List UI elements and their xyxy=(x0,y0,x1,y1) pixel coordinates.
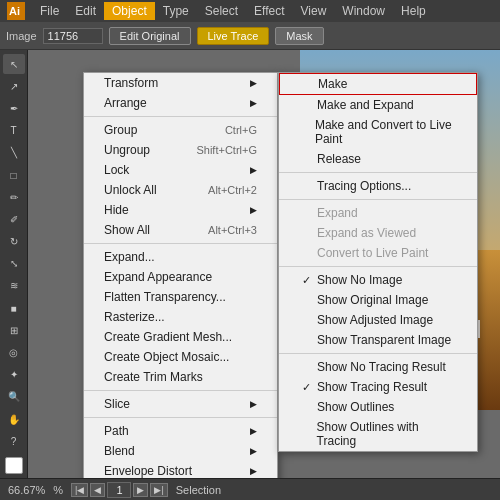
tool-line[interactable]: ╲ xyxy=(3,143,25,163)
submenu-show-original-image[interactable]: Show Original Image xyxy=(279,290,477,310)
sep2 xyxy=(84,243,277,244)
tool-blend[interactable]: ◎ xyxy=(3,342,25,362)
tool-zoom[interactable]: 🔍 xyxy=(3,387,25,407)
image-value-input[interactable] xyxy=(43,28,103,44)
menu-hide[interactable]: Hide xyxy=(84,200,277,220)
svg-text:Ai: Ai xyxy=(9,5,20,17)
submenu-show-no-image-label: Show No Image xyxy=(317,273,402,287)
tool-rect[interactable]: □ xyxy=(3,165,25,185)
tool-type[interactable]: T xyxy=(3,121,25,141)
tool-eyedropper[interactable]: ✦ xyxy=(3,365,25,385)
check-tracing-result: ✓ xyxy=(299,381,313,394)
live-trace-submenu[interactable]: Make Make and Expand Make and Convert to… xyxy=(278,72,478,452)
menu-ungroup[interactable]: UngroupShift+Ctrl+G xyxy=(84,140,277,160)
submenu-make-label: Make xyxy=(318,77,347,91)
tool-fill[interactable] xyxy=(5,457,23,474)
sub-sep4 xyxy=(279,353,477,354)
tool-scale[interactable]: ⤡ xyxy=(3,254,25,274)
dropdown-overlay: Transform Arrange GroupCtrl+G UngroupShi… xyxy=(28,50,500,478)
page-input[interactable] xyxy=(107,482,131,498)
submenu-make[interactable]: Make xyxy=(279,73,477,95)
submenu-tracing-options[interactable]: Tracing Options... xyxy=(279,176,477,196)
submenu-expand[interactable]: Expand xyxy=(279,203,477,223)
check-original-image xyxy=(299,294,313,306)
check-adjusted-image xyxy=(299,314,313,326)
tool-select[interactable]: ↖ xyxy=(3,54,25,74)
edit-original-button[interactable]: Edit Original xyxy=(109,27,191,45)
nav-next[interactable]: ▶ xyxy=(133,483,148,497)
tool-paintbrush[interactable]: ✏ xyxy=(3,187,25,207)
menu-blend[interactable]: Blend xyxy=(84,441,277,461)
tool-hand[interactable]: ✋ xyxy=(3,409,25,429)
mask-button[interactable]: Mask xyxy=(275,27,323,45)
tool-mesh[interactable]: ⊞ xyxy=(3,320,25,340)
tool-gradient[interactable]: ■ xyxy=(3,298,25,318)
nav-first[interactable]: |◀ xyxy=(71,483,88,497)
menu-flatten-transparency[interactable]: Flatten Transparency... xyxy=(84,287,277,307)
menu-rasterize[interactable]: Rasterize... xyxy=(84,307,277,327)
menu-type[interactable]: Type xyxy=(155,2,197,20)
submenu-show-adjusted-image[interactable]: Show Adjusted Image xyxy=(279,310,477,330)
submenu-show-tracing-result[interactable]: ✓Show Tracing Result xyxy=(279,377,477,397)
check-outlines-tracing xyxy=(299,428,313,440)
menu-expand[interactable]: Expand... xyxy=(84,247,277,267)
check-make-expand xyxy=(299,99,313,111)
menu-help[interactable]: Help xyxy=(393,2,434,20)
zoom-level: 66.67% xyxy=(8,484,45,496)
statusbar: 66.67% % |◀ ◀ ▶ ▶| Selection xyxy=(0,478,500,500)
submenu-show-transparent-image[interactable]: Show Transparent Image xyxy=(279,330,477,350)
menu-view[interactable]: View xyxy=(293,2,335,20)
tool-rotate[interactable]: ↻ xyxy=(3,232,25,252)
check-make-live-paint xyxy=(299,126,311,138)
tool-direct-select[interactable]: ↗ xyxy=(3,76,25,96)
menu-expand-appearance[interactable]: Expand Appearance xyxy=(84,267,277,287)
submenu-show-no-tracing-label: Show No Tracing Result xyxy=(317,360,446,374)
menu-object[interactable]: Object xyxy=(104,2,155,20)
sep4 xyxy=(84,417,277,418)
nav-prev[interactable]: ◀ xyxy=(90,483,105,497)
menu-window[interactable]: Window xyxy=(334,2,393,20)
app-logo: Ai xyxy=(4,0,28,22)
submenu-expand-label: Expand xyxy=(317,206,358,220)
menu-transform[interactable]: Transform xyxy=(84,73,277,93)
menu-group[interactable]: GroupCtrl+G xyxy=(84,120,277,140)
statusbar-sep: % xyxy=(53,484,63,496)
submenu-show-transparent-image-label: Show Transparent Image xyxy=(317,333,451,347)
menu-effect[interactable]: Effect xyxy=(246,2,292,20)
submenu-convert-live-paint[interactable]: Convert to Live Paint xyxy=(279,243,477,263)
submenu-make-live-paint[interactable]: Make and Convert to Live Paint xyxy=(279,115,477,149)
submenu-show-no-image[interactable]: ✓Show No Image xyxy=(279,270,477,290)
menu-unlock-all[interactable]: Unlock AllAlt+Ctrl+2 xyxy=(84,180,277,200)
check-no-tracing xyxy=(299,361,313,373)
submenu-make-expand[interactable]: Make and Expand xyxy=(279,95,477,115)
menu-select[interactable]: Select xyxy=(197,2,246,20)
submenu-show-outlines-tracing[interactable]: Show Outlines with Tracing xyxy=(279,417,477,451)
menu-lock[interactable]: Lock xyxy=(84,160,277,180)
submenu-convert-live-paint-label: Convert to Live Paint xyxy=(317,246,428,260)
canvas-area: Tracing Result Transform Arrange GroupCt… xyxy=(28,50,500,478)
menu-show-all[interactable]: Show AllAlt+Ctrl+3 xyxy=(84,220,277,240)
tool-pencil[interactable]: ✐ xyxy=(3,209,25,229)
tool-question[interactable]: ? xyxy=(3,431,25,451)
submenu-release[interactable]: Release xyxy=(279,149,477,169)
menu-edit[interactable]: Edit xyxy=(67,2,104,20)
sep3 xyxy=(84,390,277,391)
submenu-show-outlines[interactable]: Show Outlines xyxy=(279,397,477,417)
menu-slice[interactable]: Slice xyxy=(84,394,277,414)
tool-warp[interactable]: ≋ xyxy=(3,276,25,296)
object-menu[interactable]: Transform Arrange GroupCtrl+G UngroupShi… xyxy=(83,72,278,478)
submenu-make-live-paint-label: Make and Convert to Live Paint xyxy=(315,118,457,146)
menu-path[interactable]: Path xyxy=(84,421,277,441)
menu-create-object-mosaic[interactable]: Create Object Mosaic... xyxy=(84,347,277,367)
live-trace-button[interactable]: Live Trace xyxy=(197,27,270,45)
menu-arrange[interactable]: Arrange xyxy=(84,93,277,113)
menu-create-trim-marks[interactable]: Create Trim Marks xyxy=(84,367,277,387)
menubar: Ai File Edit Object Type Select Effect V… xyxy=(0,0,500,22)
menu-file[interactable]: File xyxy=(32,2,67,20)
menu-envelope-distort[interactable]: Envelope Distort xyxy=(84,461,277,478)
nav-last[interactable]: ▶| xyxy=(150,483,167,497)
submenu-show-no-tracing[interactable]: Show No Tracing Result xyxy=(279,357,477,377)
tool-pen[interactable]: ✒ xyxy=(3,98,25,118)
menu-create-gradient-mesh[interactable]: Create Gradient Mesh... xyxy=(84,327,277,347)
submenu-expand-as-viewed[interactable]: Expand as Viewed xyxy=(279,223,477,243)
